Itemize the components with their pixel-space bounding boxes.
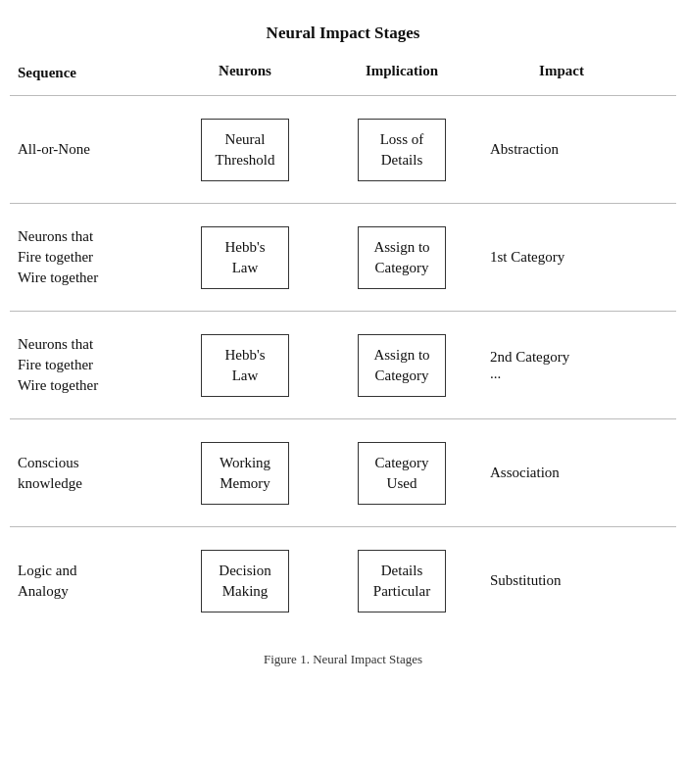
neurons-box: Hebb's Law [201,334,289,397]
cell-impact: Abstraction [480,137,637,162]
table: Sequence Neurons Implication Impact All-… [10,61,676,634]
implication-box: Assign to Category [358,334,446,397]
cell-neurons: Hebb's Law [167,222,323,293]
cell-implication: Category Used [323,438,480,509]
table-row: Neurons that Fire together Wire together… [10,203,676,311]
header-impact: Impact [480,61,637,85]
cell-impact: Substitution [480,568,637,593]
table-row: Neurons that Fire together Wire together… [10,311,676,418]
neurons-box: Working Memory [201,442,289,505]
cell-impact: 2nd Category ... [480,345,637,386]
cell-impact: Association [480,461,637,485]
implication-box: Assign to Category [358,226,446,289]
neurons-box: Neural Threshold [201,119,290,181]
cell-sequence: Logic and Analogy [10,557,167,606]
implication-box: Details Particular [358,550,446,612]
cell-implication: Loss of Details [323,115,480,185]
cell-implication: Assign to Category [323,222,480,293]
header-implication: Implication [323,61,480,85]
table-body: All-or-NoneNeural ThresholdLoss of Detai… [10,95,676,634]
table-row: Conscious knowledgeWorking MemoryCategor… [10,418,676,526]
cell-neurons: Working Memory [167,438,323,509]
cell-sequence: Neurons that Fire together Wire together [10,330,167,400]
table-header: Sequence Neurons Implication Impact [10,61,676,85]
cell-neurons: Decision Making [167,546,323,616]
header-neurons: Neurons [167,61,323,85]
table-row: Logic and AnalogyDecision MakingDetails … [10,526,676,634]
cell-neurons: Hebb's Law [167,330,323,401]
cell-neurons: Neural Threshold [167,115,323,185]
cell-impact: 1st Category [480,245,637,270]
cell-sequence: Neurons that Fire together Wire together [10,222,167,292]
table-row: All-or-NoneNeural ThresholdLoss of Detai… [10,95,676,203]
cell-sequence: Conscious knowledge [10,449,167,498]
cell-implication: Details Particular [323,546,480,616]
cell-sequence: All-or-None [10,135,167,164]
neurons-box: Decision Making [201,550,289,612]
cell-implication: Assign to Category [323,330,480,401]
implication-box: Loss of Details [358,119,446,181]
figure-caption: Figure 1. Neural Impact Stages [264,652,422,667]
page-title: Neural Impact Stages [267,24,420,43]
implication-box: Category Used [358,442,446,505]
header-sequence: Sequence [10,61,167,85]
neurons-box: Hebb's Law [201,226,289,289]
